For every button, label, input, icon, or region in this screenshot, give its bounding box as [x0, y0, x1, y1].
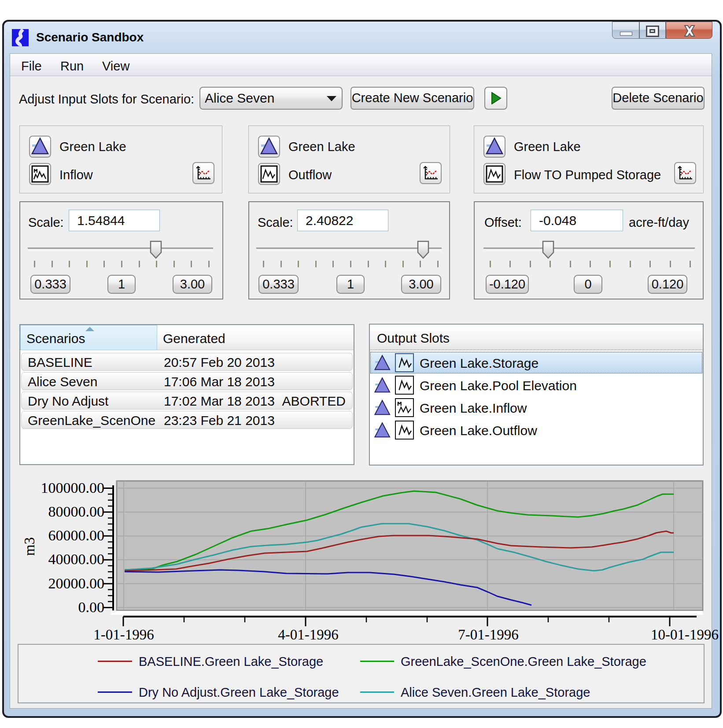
svg-text:60000.00: 60000.00: [48, 527, 105, 543]
svg-text:80000.00: 80000.00: [48, 503, 105, 520]
svg-text:40000.00: 40000.00: [48, 551, 105, 567]
svg-text:100000.00: 100000.00: [41, 480, 105, 496]
svg-text:4-01-1996: 4-01-1996: [278, 627, 338, 643]
svg-text:7-01-1996: 7-01-1996: [458, 627, 518, 643]
svg-text:10-01-1996: 10-01-1996: [651, 627, 719, 643]
svg-text:1-01-1996: 1-01-1996: [93, 627, 154, 643]
svg-text:m3: m3: [22, 537, 37, 556]
svg-text:0.00: 0.00: [78, 599, 105, 615]
svg-text:20000.00: 20000.00: [48, 575, 105, 591]
